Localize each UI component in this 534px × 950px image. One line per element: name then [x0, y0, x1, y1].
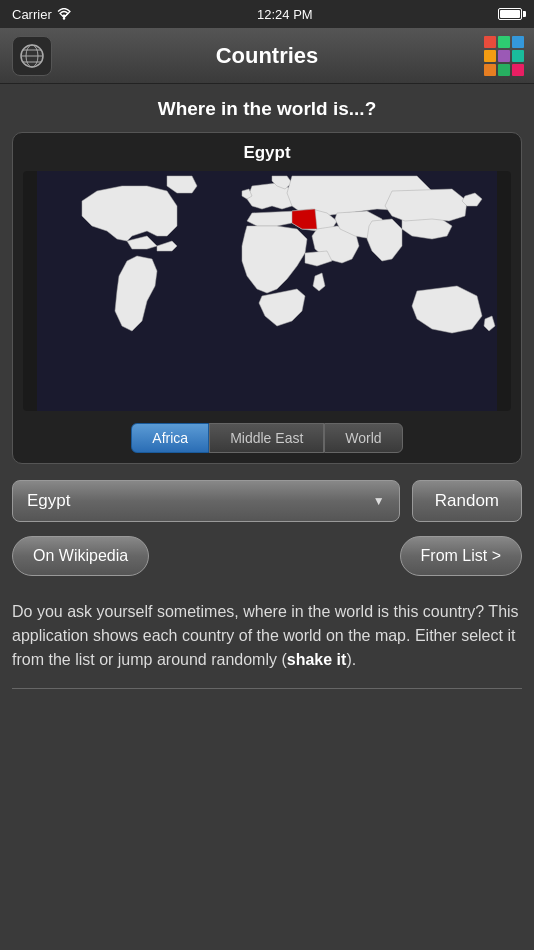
color-cell-4 — [484, 50, 496, 62]
description-text-1: Do you ask yourself sometimes, where in … — [12, 603, 519, 668]
color-cell-8 — [498, 64, 510, 76]
action-row: On Wikipedia From List > — [12, 536, 522, 576]
color-cell-9 — [512, 64, 524, 76]
description-text: Do you ask yourself sometimes, where in … — [12, 596, 522, 689]
segment-middle-east[interactable]: Middle East — [209, 423, 324, 453]
page-title: Countries — [216, 43, 319, 69]
dropdown-arrow-icon: ▼ — [373, 494, 385, 508]
nav-bar: Countries — [0, 28, 534, 84]
dropdown-value: Egypt — [27, 491, 70, 511]
segment-africa[interactable]: Africa — [131, 423, 209, 453]
color-cell-1 — [484, 36, 496, 48]
wifi-icon — [56, 8, 72, 20]
from-list-button[interactable]: From List > — [400, 536, 522, 576]
segment-world[interactable]: World — [324, 423, 402, 453]
segment-control: Africa Middle East World — [23, 423, 511, 453]
app-icon — [12, 36, 52, 76]
color-cell-6 — [512, 50, 524, 62]
carrier-text: Carrier — [12, 7, 52, 22]
world-map-svg — [23, 171, 511, 411]
description-text-2: ). — [346, 651, 356, 668]
wikipedia-button[interactable]: On Wikipedia — [12, 536, 149, 576]
color-cell-5 — [498, 50, 510, 62]
carrier-signal: Carrier — [12, 7, 72, 22]
status-bar: Carrier 12:24 PM — [0, 0, 534, 28]
map-container: Egypt — [12, 132, 522, 464]
controls-row: Egypt ▼ Random — [12, 480, 522, 522]
shake-it-bold: shake it — [287, 651, 347, 668]
color-cell-2 — [498, 36, 510, 48]
random-button[interactable]: Random — [412, 480, 522, 522]
battery-icon — [498, 8, 522, 20]
country-dropdown[interactable]: Egypt ▼ — [12, 480, 400, 522]
color-cell-7 — [484, 64, 496, 76]
color-cell-3 — [512, 36, 524, 48]
time-display: 12:24 PM — [257, 7, 313, 22]
question-title: Where in the world is...? — [12, 98, 522, 120]
globe-icon — [18, 42, 46, 70]
country-dropdown-container: Egypt ▼ — [12, 480, 400, 522]
color-grid — [484, 36, 524, 76]
main-content: Where in the world is...? Egypt — [0, 84, 534, 703]
map-area — [23, 171, 511, 411]
country-label: Egypt — [23, 143, 511, 163]
svg-point-0 — [63, 17, 65, 19]
